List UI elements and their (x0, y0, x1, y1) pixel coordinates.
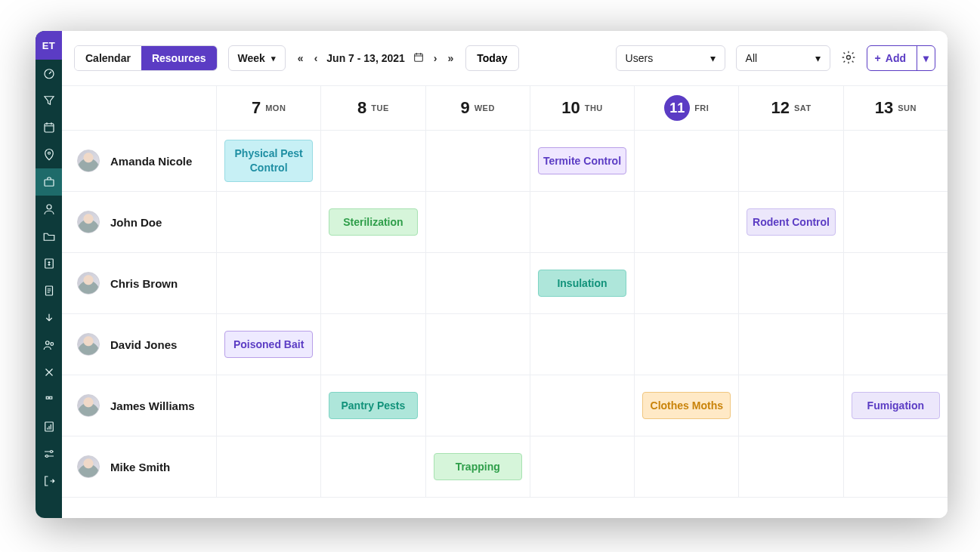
day-cell[interactable]: Trapping (426, 436, 530, 497)
day-cell[interactable] (530, 192, 635, 252)
resource-name: Chris Brown (110, 277, 178, 290)
settings-button[interactable] (841, 50, 856, 67)
nav-deals[interactable] (36, 304, 62, 332)
nav-quote[interactable] (36, 386, 62, 413)
chevron-down-icon: ▾ (710, 52, 716, 64)
day-cell[interactable] (635, 253, 739, 313)
day-cell[interactable] (635, 131, 739, 191)
resource-name: Amanda Nicole (110, 155, 192, 168)
sidebar-nav (36, 60, 62, 495)
next-button[interactable]: › (432, 51, 439, 66)
day-cell[interactable] (844, 192, 948, 252)
nav-tools[interactable] (36, 359, 62, 386)
nav-document[interactable] (36, 277, 62, 304)
day-cell[interactable] (739, 375, 843, 436)
add-button-main[interactable]: + Add (867, 46, 917, 70)
day-header-sun: 13SUN (844, 86, 948, 130)
event[interactable]: Poisoned Bait (224, 331, 313, 359)
tab-resources[interactable]: Resources (141, 46, 217, 70)
nav-logout[interactable] (36, 467, 62, 495)
day-cell[interactable] (426, 253, 530, 313)
filter-select[interactable]: All ▾ (736, 45, 830, 71)
day-cell[interactable] (217, 375, 321, 436)
nav-settings[interactable] (36, 440, 62, 467)
event[interactable]: Sterilization (329, 208, 417, 236)
day-cell[interactable]: Physical Pest Control (217, 131, 321, 191)
day-cell[interactable] (739, 131, 843, 191)
nav-team[interactable] (36, 332, 62, 359)
day-cell[interactable] (635, 314, 739, 375)
day-cell[interactable] (844, 131, 948, 191)
day-header-thu: 10THU (530, 86, 635, 130)
nav-jobs[interactable] (36, 168, 62, 196)
event[interactable]: Clothes Moths (642, 392, 731, 420)
date-nav: « ‹ Jun 7 - 13, 2021 › » (296, 51, 455, 66)
prev-range-button[interactable]: « (296, 51, 305, 66)
svg-point-11 (45, 455, 48, 458)
avatar (77, 333, 100, 356)
day-cell[interactable] (321, 436, 425, 497)
day-cell[interactable] (739, 436, 843, 497)
next-range-button[interactable]: » (447, 51, 456, 66)
day-cell[interactable] (321, 314, 425, 375)
day-cell[interactable]: Fumigation (844, 375, 948, 436)
day-cell[interactable] (844, 314, 948, 375)
day-cell[interactable] (530, 436, 635, 497)
nav-calendar[interactable] (36, 114, 62, 141)
day-cell[interactable] (217, 436, 321, 497)
event[interactable]: Physical Pest Control (224, 140, 313, 182)
event[interactable]: Rodent Control (747, 208, 835, 236)
day-header-fri: 11FRI (635, 86, 739, 130)
nav-dashboard[interactable] (36, 60, 62, 87)
day-cell[interactable]: Sterilization (321, 192, 425, 252)
datepicker-button[interactable] (413, 51, 425, 66)
group-by-select[interactable]: Users ▾ (616, 45, 725, 71)
day-cell[interactable]: Pantry Pests (321, 375, 425, 436)
day-cell[interactable] (426, 314, 530, 375)
day-cell[interactable] (635, 436, 739, 497)
day-cell[interactable] (321, 253, 425, 313)
day-cell[interactable] (844, 253, 948, 313)
day-cell[interactable]: Insulation (530, 253, 635, 313)
nav-folder[interactable] (36, 223, 62, 250)
resource-name: David Jones (110, 338, 177, 351)
day-cell[interactable] (321, 131, 425, 191)
nav-report[interactable] (36, 413, 62, 440)
svg-rect-1 (45, 124, 54, 132)
resource-row: Amanda NicolePhysical Pest ControlTermit… (62, 131, 948, 192)
event[interactable]: Fumigation (852, 392, 940, 420)
day-cell[interactable] (530, 375, 635, 436)
day-cell[interactable] (530, 314, 635, 375)
day-cell[interactable] (739, 253, 843, 313)
day-cell[interactable]: Rodent Control (739, 192, 843, 252)
day-cell[interactable] (844, 436, 948, 497)
day-cell[interactable] (217, 192, 321, 252)
nav-map[interactable] (36, 141, 62, 168)
day-cell[interactable] (426, 192, 530, 252)
event[interactable]: Insulation (538, 270, 626, 298)
day-cell[interactable] (635, 192, 739, 252)
nav-funnel[interactable] (36, 87, 62, 114)
folder-icon (42, 230, 56, 243)
event[interactable]: Termite Control (538, 147, 626, 175)
day-cell[interactable]: Clothes Moths (635, 375, 739, 436)
nav-user[interactable] (36, 196, 62, 223)
add-button-split[interactable]: ▾ (917, 46, 935, 70)
day-cell[interactable] (217, 253, 321, 313)
day-cell[interactable] (426, 375, 530, 436)
day-cell[interactable]: Termite Control (530, 131, 635, 191)
add-label: Add (886, 52, 906, 64)
day-cell[interactable] (739, 314, 843, 375)
today-button[interactable]: Today (465, 45, 518, 71)
briefcase-icon (42, 175, 56, 189)
prev-button[interactable]: ‹ (313, 51, 320, 66)
day-cell[interactable] (426, 131, 530, 191)
event[interactable]: Trapping (434, 453, 522, 481)
event[interactable]: Pantry Pests (329, 392, 417, 420)
tab-calendar[interactable]: Calendar (75, 46, 141, 70)
range-select[interactable]: Week ▾ (228, 45, 286, 71)
calendar-icon (42, 121, 56, 134)
logout-icon (42, 474, 56, 488)
nav-invoice[interactable] (36, 250, 62, 277)
day-cell[interactable]: Poisoned Bait (217, 314, 321, 375)
